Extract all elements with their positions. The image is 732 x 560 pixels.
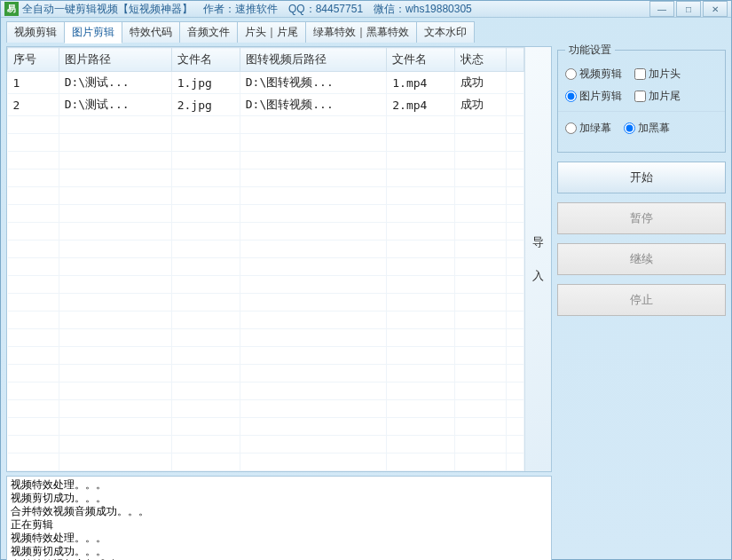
table-cell — [507, 436, 524, 454]
table-row[interactable] — [8, 436, 524, 454]
table-row[interactable] — [8, 223, 524, 241]
column-header[interactable]: 状态 — [455, 48, 507, 72]
table-cell — [455, 187, 507, 205]
table-row[interactable] — [8, 134, 524, 152]
table-cell — [59, 347, 171, 365]
table-cell — [171, 400, 240, 418]
table-cell — [171, 187, 240, 205]
mode-image-radio[interactable]: 图片剪辑 — [565, 89, 622, 104]
table-cell — [240, 329, 387, 347]
table-row[interactable] — [8, 241, 524, 258]
tab-6[interactable]: 文本水印 — [416, 21, 475, 43]
stop-button[interactable]: 停止 — [557, 284, 726, 316]
table-cell — [240, 418, 387, 436]
table-row[interactable] — [8, 312, 524, 329]
table-cell — [171, 258, 240, 276]
table-row[interactable] — [8, 276, 524, 294]
table-cell — [240, 241, 387, 258]
tab-5[interactable]: 绿幕特效｜黑幕特效 — [305, 21, 417, 43]
table-row[interactable] — [8, 383, 524, 400]
table-cell — [59, 116, 171, 134]
table-cell — [387, 454, 455, 471]
table-cell — [8, 152, 59, 170]
table-cell — [171, 152, 240, 170]
table-row[interactable] — [8, 347, 524, 365]
table-cell — [171, 329, 240, 347]
table-row[interactable] — [8, 365, 524, 383]
settings-fieldset: 功能设置 视频剪辑 加片头 图片剪辑 加片尾 加绿幕 加黑幕 — [557, 43, 726, 153]
column-header-spacer — [507, 48, 524, 72]
table-row[interactable] — [8, 187, 524, 205]
column-header[interactable]: 序号 — [8, 48, 59, 72]
tab-2[interactable]: 特效代码 — [122, 21, 180, 43]
window-controls: — □ ✕ — [649, 1, 728, 17]
table-cell — [171, 365, 240, 383]
table-body: 1D:\测试...1.jpgD:\图转视频...1.mp4成功2D:\测试...… — [8, 72, 524, 471]
table-cell: 成功 — [455, 72, 507, 94]
tab-1[interactable]: 图片剪辑 — [64, 21, 122, 43]
maximize-button[interactable]: □ — [676, 1, 701, 17]
table-cell — [171, 383, 240, 400]
table-cell — [387, 134, 455, 152]
data-table: 序号图片路径文件名图转视频后路径文件名状态 1D:\测试...1.jpgD:\图… — [7, 47, 524, 471]
mode-video-radio[interactable]: 视频剪辑 — [565, 67, 622, 82]
table-cell — [8, 312, 59, 329]
black-screen-radio[interactable]: 加黑幕 — [624, 121, 670, 136]
table-cell — [240, 383, 387, 400]
column-header[interactable]: 文件名 — [171, 48, 240, 72]
table-row[interactable] — [8, 400, 524, 418]
table-cell — [59, 365, 171, 383]
table-row[interactable] — [8, 418, 524, 436]
table-cell — [59, 329, 171, 347]
table-cell — [507, 258, 524, 276]
table-cell — [387, 116, 455, 134]
table-cell — [171, 418, 240, 436]
minimize-button[interactable]: — — [649, 1, 674, 17]
table-cell — [8, 170, 59, 187]
table-row[interactable]: 2D:\测试...2.jpgD:\图转视频...2.mp4成功 — [8, 94, 524, 116]
table-cell — [455, 276, 507, 294]
table-cell — [387, 152, 455, 170]
table-cell — [455, 170, 507, 187]
table-cell — [507, 134, 524, 152]
table-row[interactable] — [8, 294, 524, 312]
tab-0[interactable]: 视频剪辑 — [6, 21, 65, 43]
close-button[interactable]: ✕ — [703, 1, 728, 17]
table-row[interactable] — [8, 170, 524, 187]
table-row[interactable]: 1D:\测试...1.jpgD:\图转视频...1.mp4成功 — [8, 72, 524, 94]
table-row[interactable] — [8, 258, 524, 276]
table-cell — [59, 205, 171, 223]
table-cell: D:\图转视频... — [240, 94, 387, 116]
table-cell — [8, 418, 59, 436]
table-row[interactable] — [8, 329, 524, 347]
table-row[interactable] — [8, 152, 524, 170]
tail-checkbox[interactable]: 加片尾 — [634, 89, 681, 104]
table-cell — [240, 400, 387, 418]
table-row[interactable] — [8, 116, 524, 134]
column-header[interactable]: 图片路径 — [59, 48, 171, 72]
green-screen-radio[interactable]: 加绿幕 — [565, 121, 611, 136]
table-cell — [59, 294, 171, 312]
head-checkbox[interactable]: 加片头 — [634, 67, 681, 82]
table-cell — [171, 170, 240, 187]
table-cell — [240, 258, 387, 276]
table-cell — [8, 436, 59, 454]
tab-4[interactable]: 片头｜片尾 — [237, 21, 306, 43]
import-button[interactable]: 导 入 — [524, 47, 551, 471]
column-header[interactable]: 图转视频后路径 — [240, 48, 387, 72]
left-panel: 视频剪辑图片剪辑特效代码音频文件片头｜片尾绿幕特效｜黑幕特效文本水印 序号图片路… — [6, 23, 552, 560]
resume-button[interactable]: 继续 — [557, 243, 726, 275]
log-panel[interactable]: 视频特效处理。。。视频剪切成功。。。合并特效视频音频成功。。。正在剪辑视频特效处… — [6, 476, 552, 560]
table-cell — [387, 436, 455, 454]
table-cell — [455, 152, 507, 170]
table-cell — [240, 223, 387, 241]
pause-button[interactable]: 暂停 — [557, 202, 726, 234]
table-cell — [240, 294, 387, 312]
table-cell — [8, 383, 59, 400]
column-header[interactable]: 文件名 — [387, 48, 455, 72]
table-row[interactable] — [8, 454, 524, 471]
table-row[interactable] — [8, 205, 524, 223]
start-button[interactable]: 开始 — [557, 162, 726, 193]
tab-3[interactable]: 音频文件 — [179, 21, 238, 43]
table-cell — [387, 223, 455, 241]
